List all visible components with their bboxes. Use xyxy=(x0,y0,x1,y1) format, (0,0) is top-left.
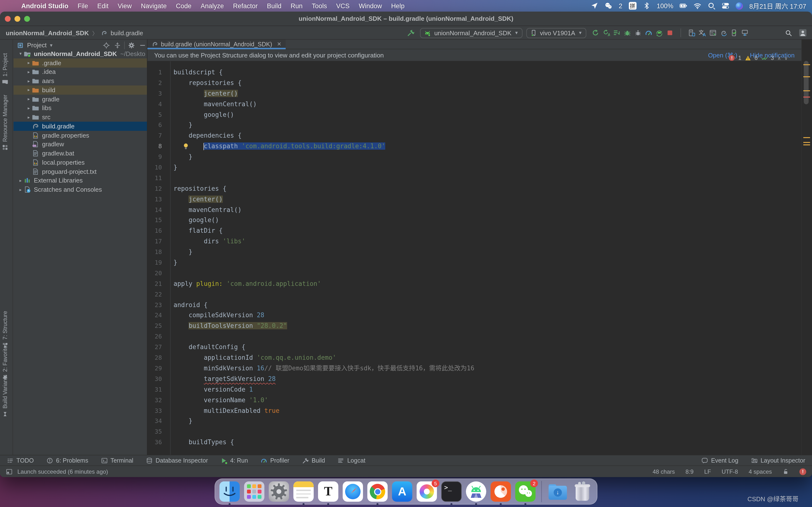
status-segment-5[interactable]: 4 spaces xyxy=(749,468,772,475)
battery-icon[interactable] xyxy=(679,2,687,10)
tool-stripe-resource-manager[interactable]: Resource Manager xyxy=(2,95,8,151)
wechat-menubar-icon[interactable] xyxy=(605,2,612,10)
stop-button[interactable] xyxy=(665,27,675,38)
breadcrumb-file[interactable]: build.gradle xyxy=(111,29,143,37)
code-line-7[interactable]: 7 dependencies { xyxy=(147,131,801,141)
profile-avatar[interactable] xyxy=(798,27,808,38)
code-line-31[interactable]: 31 versionCode 1 xyxy=(147,384,801,395)
tree-item-proguard-project.txt[interactable]: proguard-project.txt xyxy=(13,167,147,176)
project-panel-title[interactable]: Project xyxy=(27,42,47,49)
chevron-right-icon[interactable]: ▸ xyxy=(17,187,24,192)
close-tab-icon[interactable]: ✕ xyxy=(277,41,281,47)
pair-devices-button[interactable] xyxy=(729,27,740,38)
hide-panel-icon[interactable] xyxy=(138,41,147,50)
code-line-21[interactable]: 21apply plugin: 'com.android.application… xyxy=(147,279,801,289)
menu-help[interactable]: Help xyxy=(391,2,405,9)
code-line-25[interactable]: 25 buildToolsVersion "28.0.2" xyxy=(147,321,801,332)
menu-analyze[interactable]: Analyze xyxy=(201,2,224,9)
menu-run[interactable]: Run xyxy=(291,2,303,9)
menu-build[interactable]: Build xyxy=(267,2,281,9)
tool-window-button-6-problems[interactable]: 6: Problems xyxy=(46,457,88,464)
breadcrumb-project[interactable]: unionNormal_Android_SDK xyxy=(6,29,89,37)
location-icon[interactable] xyxy=(591,2,598,10)
code-line-29[interactable]: 29 minSdkVersion 16// 联盟Demo如果需要要接入快手sdk… xyxy=(147,363,801,374)
menu-android-studio[interactable]: Android Studio xyxy=(21,2,68,9)
dock-app-store-icon[interactable]: A xyxy=(392,482,412,502)
tool-window-button-logcat[interactable]: Logcat xyxy=(338,457,365,464)
tree-item-gradlew.bat[interactable]: gradlew.bat xyxy=(13,149,147,158)
search-everywhere-icon[interactable] xyxy=(783,27,794,38)
tree-item-libs[interactable]: ▸libs xyxy=(13,104,147,113)
spotlight-icon[interactable] xyxy=(708,2,715,10)
apple-icon[interactable] xyxy=(6,2,12,10)
warning-stripe-mark[interactable] xyxy=(803,145,810,145)
dock-photos-icon[interactable]: 5 xyxy=(417,482,437,502)
chevron-right-icon[interactable]: ▸ xyxy=(17,178,24,183)
tree-item-aars[interactable]: ▸aars xyxy=(13,76,147,86)
menu-tools[interactable]: Tools xyxy=(312,2,327,9)
siri-icon[interactable] xyxy=(735,2,743,9)
run-configuration-select[interactable]: unionNormal_Android_SDK ▼ xyxy=(420,28,522,38)
status-segment-1[interactable]: 48 chars xyxy=(653,468,675,475)
code-line-27[interactable]: 27 defaultConfig { xyxy=(147,342,801,352)
code-line-35[interactable]: 35 xyxy=(147,427,801,437)
dock-trash-icon[interactable] xyxy=(572,482,593,502)
code-line-4[interactable]: 4 mavenCentral() xyxy=(147,99,801,109)
locate-file-icon[interactable] xyxy=(102,41,111,50)
dock-typora-icon[interactable]: T xyxy=(318,482,338,502)
tree-item-external-libraries[interactable]: ▸External Libraries xyxy=(13,176,147,185)
code-line-16[interactable]: 16 flatDir { xyxy=(147,226,801,236)
tree-item-.gradle[interactable]: ▸.gradle xyxy=(13,58,147,68)
code-line-22[interactable]: 22 xyxy=(147,289,801,300)
rerun-tests-button[interactable]: A xyxy=(601,27,611,38)
code-line-34[interactable]: 34 } xyxy=(147,416,801,427)
next-problem-icon[interactable]: ∨ xyxy=(784,55,788,61)
code-line-17[interactable]: 17 dirs 'libs' xyxy=(147,236,801,247)
collapse-all-icon[interactable] xyxy=(113,41,122,50)
tree-item-scratches-and-consoles[interactable]: ▸Scratches and Consoles xyxy=(13,185,147,194)
menu-vcs[interactable]: VCS xyxy=(336,2,350,9)
chevron-right-icon[interactable]: ▸ xyxy=(26,78,32,83)
tool-window-switcher-icon[interactable] xyxy=(6,468,12,475)
device-manager-button[interactable] xyxy=(686,27,697,38)
tool-window-button-database-inspector[interactable]: Database Inspector xyxy=(146,457,208,464)
code-line-13[interactable]: 13 jcenter() xyxy=(147,194,801,205)
prev-problem-icon[interactable]: ∧ xyxy=(777,55,781,61)
window-titlebar[interactable]: unionNormal_Android_SDK – build.gradle (… xyxy=(0,12,812,26)
warning-stripe-mark[interactable] xyxy=(803,90,810,91)
inspections-widget[interactable]: ! 1 6 3 ∧ ∨ xyxy=(729,55,788,61)
warning-stripe-mark[interactable] xyxy=(803,64,810,65)
dock-finder-icon[interactable] xyxy=(219,482,240,502)
code-line-32[interactable]: 32 versionName '1.0' xyxy=(147,395,801,405)
menubar-clock[interactable]: 8月21日 周六 17:07 xyxy=(749,1,806,11)
debug-button[interactable] xyxy=(622,27,633,38)
input-source-icon[interactable]: 拼 xyxy=(628,2,636,10)
gradle-sync-button[interactable] xyxy=(718,27,729,38)
tool-stripe-1-project[interactable]: 1: Project xyxy=(2,53,8,85)
tree-item-gradle.properties[interactable]: gradle.properties xyxy=(13,131,147,140)
status-segment-4[interactable]: UTF-8 xyxy=(722,468,738,475)
menu-file[interactable]: File xyxy=(78,2,88,9)
tool-window-button-event-log[interactable]: Event Log xyxy=(702,457,739,464)
dock-chrome-icon[interactable] xyxy=(367,482,388,502)
chevron-down-icon[interactable]: ▼ xyxy=(49,43,53,48)
tool-window-button-profiler[interactable]: Profiler xyxy=(260,457,289,464)
chevron-down-icon[interactable]: ▾ xyxy=(17,51,24,56)
warning-stripe-mark[interactable] xyxy=(803,142,810,143)
code-line-28[interactable]: 28 applicationId 'com.qq.e.union.demo' xyxy=(147,352,801,363)
dock-notes-icon[interactable] xyxy=(293,482,314,502)
device-select[interactable]: vivo V1901A ▼ xyxy=(526,28,586,38)
tool-window-button-4-run[interactable]: 4: Run xyxy=(221,457,248,464)
code-line-18[interactable]: 18 } xyxy=(147,247,801,258)
code-line-19[interactable]: 19} xyxy=(147,258,801,268)
tree-item-.idea[interactable]: ▸.idea xyxy=(13,67,147,76)
tree-item-local.properties[interactable]: local.properties xyxy=(13,158,147,167)
menu-navigate[interactable]: Navigate xyxy=(141,2,167,9)
tool-stripe-build-variants[interactable]: Build Variants xyxy=(2,375,8,417)
error-stripe-mark[interactable] xyxy=(803,97,810,98)
wifi-icon[interactable] xyxy=(694,2,701,10)
code-line-2[interactable]: 2 repositories { xyxy=(147,78,801,89)
translations-editor-button[interactable]: 文A xyxy=(697,27,708,38)
status-segment-3[interactable]: LF xyxy=(704,468,711,475)
tree-item-build.gradle[interactable]: build.gradle xyxy=(13,122,147,131)
